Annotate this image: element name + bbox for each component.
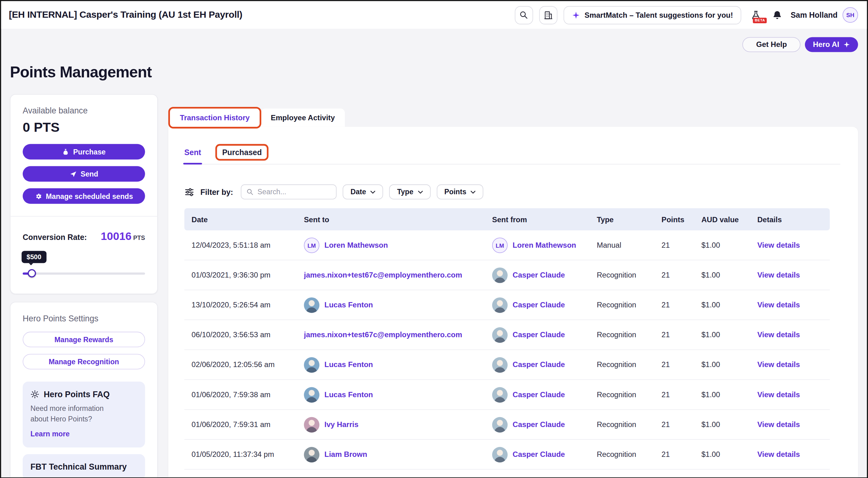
points-filter-label: Points <box>444 188 466 196</box>
cell-points: 21 <box>661 450 701 459</box>
notifications-button[interactable] <box>770 6 784 24</box>
cell-aud-value: $1.00 <box>702 301 757 309</box>
view-details-link[interactable]: View details <box>757 271 800 279</box>
cell-date: 13/10/2020, 5:26:54 am <box>192 301 304 309</box>
slider-handle[interactable] <box>28 269 36 277</box>
view-details-link[interactable]: View details <box>757 241 800 249</box>
table-row: 13/10/2020, 5:26:54 am Lucas Fenton Casp… <box>184 290 830 320</box>
manage-scheduled-sends-button[interactable]: Manage scheduled sends <box>23 188 145 204</box>
send-icon <box>70 170 77 177</box>
manage-recognition-button[interactable]: Manage Recognition <box>23 354 145 369</box>
main-panel: Transaction History Employee Activity Se… <box>168 94 858 478</box>
fbt-box: FBT Technical Summary <box>23 454 145 478</box>
subtab-sent[interactable]: Sent <box>184 148 201 164</box>
screenshot-frame: [EH INTERNAL] Casper's Training (AU 1st … <box>0 0 868 478</box>
cell-date: 06/10/2020, 3:56:53 am <box>192 331 304 339</box>
cell-date: 01/06/2020, 7:59:38 am <box>192 390 304 399</box>
purchase-button[interactable]: Purchase <box>23 144 145 159</box>
sparkle-icon <box>572 11 580 19</box>
balance-card: Available balance 0 PTS Purchase <box>10 94 158 294</box>
initials-avatar: LM <box>304 237 319 253</box>
person-link[interactable]: Lucas Fenton <box>324 301 373 309</box>
date-filter-dropdown[interactable]: Date <box>343 184 383 199</box>
table-row: 01/05/2020, 11:37:34 pm Liam Brown Caspe… <box>184 440 830 470</box>
col-type: Type <box>597 215 661 223</box>
building-icon <box>544 10 553 20</box>
person-link[interactable]: Loren Mathewson <box>324 241 388 249</box>
cell-sent-to: Liam Brown <box>304 447 492 462</box>
person-link[interactable]: Casper Claude <box>513 390 565 399</box>
learn-more-link[interactable]: Learn more <box>30 429 70 438</box>
person-link[interactable]: Casper Claude <box>513 301 565 309</box>
search-icon <box>520 10 528 20</box>
filter-by-label: Filter by: <box>200 187 233 197</box>
user-menu[interactable]: Sam Holland SH <box>790 7 858 23</box>
user-name: Sam Holland <box>790 10 838 20</box>
send-button[interactable]: Send <box>23 166 145 182</box>
subtab-purchased[interactable]: Purchased <box>222 148 262 164</box>
type-filter-dropdown[interactable]: Type <box>389 184 431 199</box>
card-divider <box>10 216 157 217</box>
view-details-link[interactable]: View details <box>757 420 800 428</box>
chevron-down-icon <box>471 190 476 193</box>
conversion-slider[interactable]: $500 <box>23 268 145 279</box>
cell-points: 21 <box>661 390 701 399</box>
help-actions-row: Get Help Hero AI <box>10 37 858 52</box>
table-row: 01/06/2020, 7:59:38 am Lucas Fenton Casp… <box>184 380 830 410</box>
gear-icon <box>35 192 42 200</box>
beta-badge: BETA <box>753 18 767 23</box>
view-details-link[interactable]: View details <box>757 301 800 309</box>
date-filter-label: Date <box>350 188 366 196</box>
cell-sent-to: Lucas Fenton <box>304 387 492 402</box>
search-field[interactable] <box>241 184 336 199</box>
cell-sent-from: Casper Claude <box>492 447 597 462</box>
cell-points: 21 <box>661 271 701 279</box>
organisation-button[interactable] <box>539 6 557 24</box>
conversion-rate-label: Conversion Rate: <box>23 233 87 241</box>
person-link[interactable]: Casper Claude <box>513 420 565 428</box>
available-balance-label: Available balance <box>23 106 145 115</box>
purchased-annotation: Purchased <box>217 146 267 159</box>
hero-ai-button[interactable]: Hero AI <box>805 37 858 52</box>
col-points: Points <box>661 215 701 223</box>
person-link[interactable]: Lucas Fenton <box>324 390 373 399</box>
slider-tooltip: $500 <box>22 251 46 263</box>
cell-type: Recognition <box>597 420 661 428</box>
user-avatar: SH <box>842 7 858 23</box>
person-link[interactable]: Liam Brown <box>324 450 367 459</box>
sun-icon <box>30 390 39 399</box>
view-details-link[interactable]: View details <box>757 331 800 339</box>
photo-avatar <box>492 387 508 402</box>
search-input[interactable] <box>257 188 324 196</box>
person-link[interactable]: Casper Claude <box>513 450 565 459</box>
person-link[interactable]: Lucas Fenton <box>324 360 373 369</box>
cell-aud-value: $1.00 <box>702 271 757 279</box>
cell-sent-to: james.nixon+test67c@employmenthero.com <box>304 331 492 339</box>
recipient-email-link[interactable]: james.nixon+test67c@employmenthero.com <box>304 331 462 339</box>
beta-labs-button[interactable]: BETA <box>747 6 764 24</box>
get-help-button[interactable]: Get Help <box>742 37 801 52</box>
view-details-link[interactable]: View details <box>757 390 800 399</box>
chevron-down-icon <box>418 190 423 193</box>
person-link[interactable]: Casper Claude <box>513 331 565 339</box>
view-details-link[interactable]: View details <box>757 450 800 459</box>
person-link[interactable]: Casper Claude <box>513 360 565 369</box>
tab-transaction-history[interactable]: Transaction History <box>170 109 260 127</box>
balance-buttons: Purchase Send Manage sched <box>23 144 145 204</box>
col-date: Date <box>192 215 304 223</box>
view-details-link[interactable]: View details <box>757 360 800 369</box>
person-link[interactable]: Casper Claude <box>513 271 565 279</box>
points-filter-dropdown[interactable]: Points <box>436 184 484 199</box>
recipient-email-link[interactable]: james.nixon+test67c@employmenthero.com <box>304 271 462 279</box>
person-link[interactable]: Ivy Harris <box>324 420 359 428</box>
tab-employee-activity[interactable]: Employee Activity <box>261 109 344 127</box>
photo-avatar <box>492 417 508 432</box>
smartmatch-banner-button[interactable]: SmartMatch – Talent suggestions for you! <box>563 6 742 24</box>
person-link[interactable]: Loren Mathewson <box>513 241 576 249</box>
cell-type: Recognition <box>597 301 661 309</box>
manage-rewards-button[interactable]: Manage Rewards <box>23 332 145 347</box>
faq-title-row: Hero Points FAQ <box>30 389 137 399</box>
search-button[interactable] <box>515 6 533 24</box>
slider-track[interactable] <box>23 273 145 275</box>
col-sent-from: Sent from <box>492 215 597 223</box>
